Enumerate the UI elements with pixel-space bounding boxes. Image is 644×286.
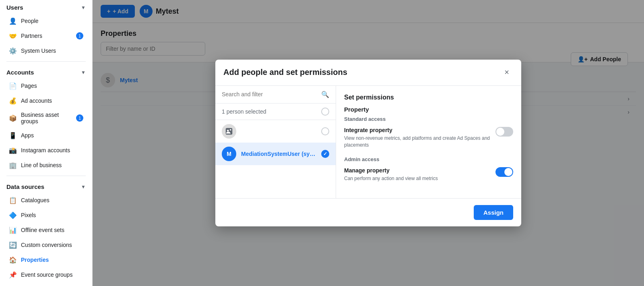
sidebar-item-system-users[interactable]: ⚙️ System Users	[2, 44, 90, 58]
permission-info: Integrate property View non-revenue metr…	[344, 127, 491, 149]
property-title: Property	[344, 106, 513, 113]
divider	[6, 176, 86, 176]
users-chevron-icon: ▼	[81, 5, 86, 10]
standard-access-title: Standard access	[344, 116, 513, 122]
svg-point-1	[227, 130, 229, 132]
sidebar-item-label: Business asset groups	[21, 112, 76, 124]
system-users-icon: ⚙️	[9, 47, 17, 55]
permission-info: Manage property Can perform any action a…	[344, 167, 491, 182]
accounts-section-header[interactable]: Accounts ▼	[0, 65, 92, 78]
permission-item-integrate: Integrate property View non-revenue metr…	[344, 127, 513, 149]
integrate-property-toggle[interactable]	[495, 127, 513, 137]
catalogues-icon: 📋	[9, 196, 17, 204]
permission-row: Integrate property View non-revenue metr…	[344, 127, 513, 149]
pixels-icon: 🔷	[9, 211, 17, 219]
accounts-chevron-icon: ▼	[81, 70, 86, 75]
assign-button[interactable]: Assign	[474, 205, 513, 220]
sidebar-item-offline-event-sets[interactable]: 📊 Offline event sets	[2, 223, 90, 237]
apps-icon: 📱	[9, 131, 17, 139]
sidebar-item-label: Partners	[21, 33, 42, 39]
list-item[interactable]	[215, 120, 336, 143]
sidebar-item-label: Ad accounts	[21, 97, 52, 104]
sidebar-item-people[interactable]: 👤 People	[2, 14, 90, 28]
sidebar-item-business-asset-groups[interactable]: 📦 Business asset groups 1	[2, 108, 90, 128]
sidebar-item-properties[interactable]: 🏠 Properties	[2, 253, 90, 267]
properties-icon: 🏠	[9, 256, 17, 264]
svg-point-2	[230, 129, 231, 131]
data-sources-section-title: Data sources	[6, 183, 44, 190]
divider	[6, 61, 86, 62]
modal-header: Add people and set permissions ×	[215, 60, 521, 86]
data-sources-section-header[interactable]: Data sources ▼	[0, 179, 92, 193]
partners-badge: 1	[76, 32, 83, 39]
user-radio[interactable]	[321, 127, 329, 135]
sidebar-item-ad-accounts[interactable]: 💰 Ad accounts	[2, 93, 90, 108]
sidebar-item-label: Catalogues	[21, 197, 50, 203]
sidebar-item-label: Apps	[21, 132, 34, 139]
avatar: M	[222, 147, 236, 161]
offline-event-sets-icon: 📊	[9, 226, 17, 234]
line-of-business-icon: 🏢	[9, 161, 17, 169]
pages-icon: 📄	[9, 82, 17, 90]
sidebar-item-partners[interactable]: 🤝 Partners 1	[2, 29, 90, 43]
set-permissions-title: Set permissions	[344, 94, 513, 101]
sidebar-item-line-of-business[interactable]: 🏢 Line of business	[2, 158, 90, 172]
search-box: 🔍	[215, 86, 336, 104]
sidebar: Users ▼ 👤 People 🤝 Partners 1 ⚙️ System …	[0, 0, 93, 286]
sidebar-item-event-source-groups[interactable]: 📌 Event source groups	[2, 267, 90, 282]
toggle-slider	[495, 127, 513, 137]
partners-icon: 🤝	[9, 32, 17, 40]
search-input[interactable]	[222, 91, 318, 97]
event-source-groups-icon: 📌	[9, 271, 17, 279]
sidebar-item-label: Line of business	[21, 162, 62, 168]
sidebar-item-label: Pages	[21, 83, 37, 89]
selected-count-text: 1 person selected	[222, 108, 266, 115]
users-section-header[interactable]: Users ▼	[0, 0, 92, 13]
sidebar-item-custom-conversions[interactable]: 🔄 Custom conversions	[2, 238, 90, 252]
permission-name: Manage property	[344, 167, 491, 174]
list-item[interactable]: M MediationSystemUser (syste...	[215, 143, 336, 165]
user-name: MediationSystemUser (syste...	[241, 151, 316, 157]
sidebar-item-instagram-accounts[interactable]: 📸 Instagram accounts	[2, 143, 90, 158]
business-asset-groups-icon: 📦	[9, 114, 17, 122]
main-content: + + Add M Mytest Properties $ Mytest › ›…	[93, 0, 644, 286]
permission-name: Integrate property	[344, 127, 491, 133]
sidebar-item-catalogues[interactable]: 📋 Catalogues	[2, 193, 90, 207]
modal-people-panel: 🔍 1 person selected	[215, 86, 336, 198]
permission-item-manage: Manage property Can perform any action a…	[344, 167, 513, 182]
selected-count-row: 1 person selected	[215, 104, 336, 120]
modal-body: 🔍 1 person selected	[215, 86, 521, 198]
deselect-radio[interactable]	[321, 108, 329, 116]
permission-desc: View non-revenue metrics, add platforms …	[344, 135, 491, 149]
sidebar-item-pixels[interactable]: 🔷 Pixels	[2, 208, 90, 222]
user-list: M MediationSystemUser (syste...	[215, 120, 336, 198]
data-sources-chevron-icon: ▼	[81, 184, 86, 190]
instagram-icon: 📸	[9, 146, 17, 154]
modal-close-button[interactable]: ×	[500, 66, 513, 79]
user-check[interactable]	[321, 150, 329, 158]
people-icon: 👤	[9, 17, 17, 25]
accounts-section-title: Accounts	[6, 69, 34, 76]
custom-conversions-icon: 🔄	[9, 241, 17, 249]
modal-footer: Assign	[215, 198, 521, 226]
toggle-slider	[495, 167, 513, 177]
modal: Add people and set permissions × 🔍 1 per…	[215, 60, 521, 226]
sidebar-item-label: System Users	[21, 48, 56, 54]
permission-row: Manage property Can perform any action a…	[344, 167, 513, 182]
business-asset-groups-badge: 1	[76, 114, 83, 122]
modal-overlay: Add people and set permissions × 🔍 1 per…	[93, 0, 644, 286]
sidebar-item-label: Event source groups	[21, 271, 72, 278]
sidebar-item-label: Instagram accounts	[21, 147, 70, 153]
avatar	[222, 124, 236, 139]
modal-permissions-panel: Set permissions Property Standard access…	[336, 86, 521, 198]
sidebar-item-label: Custom conversions	[21, 242, 72, 248]
sidebar-item-apps[interactable]: 📱 Apps	[2, 128, 90, 143]
sidebar-item-pages[interactable]: 📄 Pages	[2, 79, 90, 93]
svg-rect-0	[226, 128, 233, 135]
permission-desc: Can perform any action and view all metr…	[344, 175, 491, 182]
manage-property-toggle[interactable]	[495, 167, 513, 177]
sidebar-item-label: People	[21, 18, 39, 24]
admin-access-title: Admin access	[344, 156, 513, 162]
sidebar-item-label: Properties	[21, 257, 49, 263]
users-section-title: Users	[6, 4, 23, 11]
